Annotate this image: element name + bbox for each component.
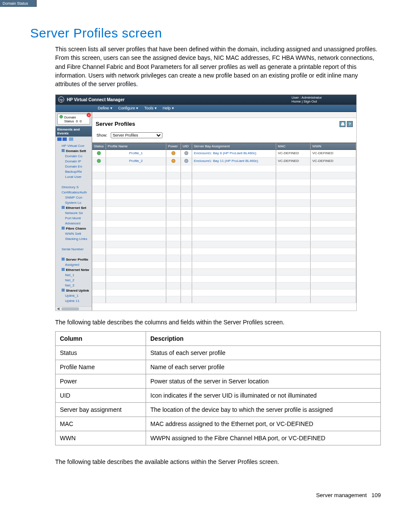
status-count2: 0 [80,119,81,123]
power-icon [171,151,175,155]
sidebar-item[interactable]: Stacking Links [57,236,90,242]
sidebar-scrollbar[interactable]: ◀ [56,306,92,311]
table-row: UIDIcon indicates if the server UID is i… [56,388,381,402]
sidebar-item[interactable]: System Lo [57,200,90,205]
sidebar-item[interactable]: Certificates/Auth [57,190,90,195]
sidebar-item[interactable]: Directory S [57,185,90,190]
col-bay[interactable]: Server Bay Assignment [192,143,276,149]
titlebar: hp HP Virtual Connect Manager User : Adm… [56,95,356,104]
table-row-empty [92,193,356,200]
col-profile-name[interactable]: Profile Name [106,143,166,149]
sidebar-item[interactable]: Network Se [57,211,90,216]
table-row: PowerPower status of the server in Serve… [56,374,381,388]
desc-intro: The following table describes the column… [55,318,381,327]
table-row-empty [92,262,356,269]
sidebar-item[interactable]: SNMP Con [57,195,90,200]
main-heading: Server Profiles [96,121,135,127]
menubar: Domain Status Define ▾ Configure ▾ Tools… [56,104,356,112]
grid-body: Profile_1Enclosure1: Bay 8 (HP ProLiant … [92,150,356,301]
menu-help[interactable]: Help ▾ [163,106,174,110]
sidebar-item[interactable]: Domain IP [57,159,90,164]
domain-label: Domain [64,115,76,119]
domain-status-label: Domain Status [0,0,37,7]
sidebar-item[interactable]: WWN Sett [57,231,90,236]
table-row-empty [92,221,356,227]
sidebar-view-icons[interactable] [56,137,92,143]
close-icon[interactable]: × [87,113,91,117]
table-row-empty [92,227,356,234]
sidebar-item[interactable]: Assigned [57,262,90,268]
menu-define[interactable]: Define ▾ [98,106,112,110]
sidebar-item[interactable]: Fibre Chann [57,226,90,231]
sidebar-item[interactable]: HP Virtual Con [57,143,90,149]
sidebar-item[interactable]: Domain Co [57,154,90,159]
uid-icon [184,151,188,155]
col-power[interactable]: Power [166,143,181,149]
table-row-empty [92,207,356,214]
power-icon [171,159,175,163]
main-panel: Server Profiles 🖶 ? Show: Server Profile… [92,112,356,311]
col-wwn[interactable]: WWN [311,143,356,149]
table-row: StatusStatus of each server profile [56,345,381,360]
nav-tree[interactable]: HP Virtual ConDomain SettDomain CoDomain… [56,143,92,306]
help-icon[interactable]: ? [347,121,353,127]
user-line2[interactable]: Home | Sign Out [292,100,322,103]
sidebar-item [57,252,90,257]
sidebar-item [57,242,90,247]
table-row-empty [92,214,356,221]
hp-logo-icon: hp [58,96,64,103]
footer-page-number: 109 [371,492,381,498]
sidebar-item[interactable]: Net_3 [57,283,90,288]
col-status[interactable]: Status [92,143,106,149]
table-row: Profile NameName of each server profile [56,360,381,374]
sidebar-item[interactable]: Local User [57,174,90,180]
sidebar-item[interactable]: Domain Sett [57,149,90,154]
sidebar-item[interactable]: Ethernet Netw [57,268,90,273]
sidebar-item[interactable]: Net_2 [57,278,90,283]
status-ok-icon [97,151,101,155]
user-info[interactable]: User : Administrator Home | Sign Out [292,96,322,103]
show-label: Show: [97,133,107,137]
table-row: MACMAC address assigned to the Ethernet … [56,417,381,431]
grid-header: Status Profile Name Power UID Server Bay… [92,143,356,150]
sidebar-item[interactable]: Port Monit [57,216,90,221]
col-mac[interactable]: MAC [276,143,311,149]
sidebar-item[interactable]: Uplink_1 [57,293,90,299]
table-row-empty [92,200,356,207]
status-ok-icon [97,159,101,163]
sidebar-item[interactable]: Serial Number [57,247,90,252]
table-row: Server bay assignmentThe location of the… [56,402,381,417]
col-uid[interactable]: UID [181,143,192,149]
table-row-empty [92,269,356,276]
sidebar-item[interactable]: Advanced [57,221,90,226]
table-row-empty [92,255,356,262]
sidebar-heading: Elements and Events [56,126,92,137]
table-row-empty [92,165,356,172]
table-row-empty [92,248,356,255]
sidebar-item[interactable]: Ethernet Set [57,205,90,211]
sidebar-item[interactable]: Backup/Re [57,169,90,174]
status-count1: 0 [76,119,78,123]
table-row-empty [92,283,356,289]
table-row: WWNWWPN assigned to the Fibre Channel HB… [56,431,381,445]
table-row[interactable]: Profile_2Enclosure1: Bay 11 (HP ProLiant… [92,158,356,165]
status-label: Status [64,119,74,123]
table-row[interactable]: Profile_1Enclosure1: Bay 8 (HP ProLiant … [92,150,356,158]
show-select[interactable]: Server Profiles [111,132,162,138]
app-title: HP Virtual Connect Manager [67,97,125,102]
sidebar-item[interactable]: Uplink 11 [57,299,90,304]
table-row-empty [92,172,356,179]
table-row-empty [92,296,356,303]
table-row-empty [92,234,356,241]
table-row-empty [92,241,356,248]
sidebar-item[interactable]: Net_1 [57,273,90,278]
actions-intro: The following table describes the availa… [55,457,381,466]
table-row-empty [92,276,356,283]
sidebar-item[interactable]: Domain En [57,164,90,169]
sidebar-item[interactable]: Server Profile [57,257,90,262]
sidebar-item[interactable]: Shared Uplink [57,288,90,293]
menu-configure[interactable]: Configure ▾ [118,106,139,110]
sidebar: × Domain Status 0 0 Elements and Events … [56,112,92,311]
menu-tools[interactable]: Tools ▾ [144,106,157,110]
print-icon[interactable]: 🖶 [339,121,346,127]
